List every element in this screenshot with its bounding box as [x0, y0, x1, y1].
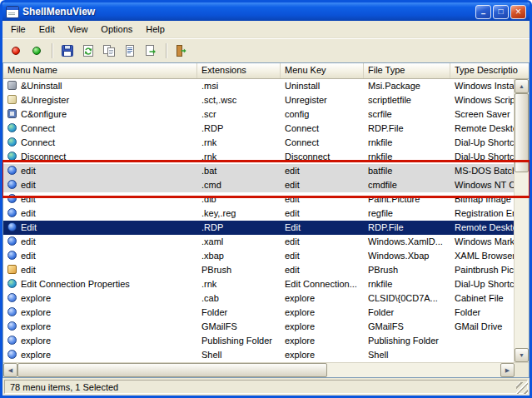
table-row[interactable]: Edit Connection Properties.rnkEdit Conne… — [3, 277, 514, 291]
refresh-button[interactable] — [78, 41, 98, 61]
table-row[interactable]: C&onfigure.scrconfigscrfileScreen Saver — [3, 107, 514, 122]
exit-icon — [175, 44, 188, 57]
properties-button[interactable] — [120, 41, 140, 61]
vertical-scrollbar[interactable]: ▲ ▼ — [514, 79, 529, 362]
table-row[interactable]: Disconnect.rnkDisconnectrnkfileDial-Up S… — [3, 150, 514, 164]
enable-selected-button[interactable] — [27, 41, 47, 61]
horizontal-scrollbar[interactable]: ◀ ▶ — [3, 362, 529, 377]
table-cell: edit — [281, 263, 364, 277]
list-header: Menu NameExtensionsMenu KeyFile TypeType… — [3, 63, 529, 79]
minimize-button[interactable]: – — [475, 5, 491, 19]
explore-icon — [7, 336, 17, 345]
list-main: &Uninstall.msiUninstallMsi.PackageWindow… — [3, 79, 529, 362]
disable-selected-button[interactable] — [6, 41, 26, 61]
table-cell: explore — [281, 320, 364, 334]
table-row[interactable]: &Unregister.sct,.wscUnregisterscriptletf… — [3, 93, 514, 107]
column-header-extensions[interactable]: Extensions — [197, 63, 281, 78]
table-cell: edit — [3, 164, 197, 178]
close-button[interactable]: × — [510, 5, 526, 19]
vertical-scroll-track[interactable] — [515, 93, 529, 348]
table-row[interactable]: edit.xamleditWindows.XamlD...Windows Mar… — [3, 235, 514, 249]
scroll-down-button[interactable]: ▼ — [515, 348, 529, 362]
table-row[interactable]: Connect.RDPConnectRDP.FileRemote Deskto — [3, 122, 514, 136]
table-cell: RDP.File — [364, 122, 450, 136]
toolbar-separator — [166, 43, 167, 58]
table-cell: GMailFS — [364, 320, 450, 334]
table-cell: edit — [3, 206, 197, 221]
table-cell — [450, 334, 514, 348]
edit-icon — [7, 236, 17, 246]
export-button[interactable] — [141, 41, 161, 61]
table-row[interactable]: edit.key,.regeditregfileRegistration En — [3, 206, 514, 221]
table-row[interactable]: editPBrusheditPBrushPaintbrush Pict — [3, 263, 514, 277]
table-cell: Folder — [197, 306, 281, 320]
green-dot-icon — [32, 47, 41, 55]
table-row[interactable]: exploreFolderexploreFolderFolder — [3, 306, 514, 320]
table-cell: Connect — [3, 122, 197, 136]
table-row[interactable]: edit.bateditbatfileMS-DOS Batch — [3, 164, 514, 178]
edit-icon — [7, 222, 17, 231]
column-header-type-descriptio[interactable]: Type Descriptio — [450, 63, 529, 78]
menu-edit[interactable]: Edit — [32, 22, 62, 37]
table-row[interactable]: Connect.rnkConnectrnkfileDial-Up Shortcu — [3, 136, 514, 150]
table-cell: .dib — [197, 192, 281, 206]
horizontal-scroll-thumb[interactable] — [17, 363, 327, 377]
table-cell: MS-DOS Batch — [450, 164, 514, 178]
menu-file[interactable]: File — [4, 22, 32, 37]
table-cell: Shell — [197, 348, 281, 362]
table-row[interactable]: explorePublishing FolderexplorePublishin… — [3, 334, 514, 348]
horizontal-scroll-track[interactable] — [17, 363, 500, 377]
table-cell: Edit — [3, 221, 197, 235]
table-cell: Paintbrush Pict — [450, 263, 514, 277]
menu-options[interactable]: Options — [94, 22, 139, 37]
vertical-scroll-thumb[interactable] — [515, 93, 529, 172]
menu-view[interactable]: View — [62, 22, 95, 37]
monitor-icon — [7, 109, 17, 118]
installer-icon — [7, 81, 17, 90]
maximize-button[interactable]: □ — [493, 5, 509, 19]
menu-name-text: explore — [21, 293, 51, 303]
menu-name-text: edit — [21, 236, 36, 246]
table-row[interactable]: edit.dibeditPaint.PictureBitmap Image — [3, 192, 514, 206]
menu-bar: FileEditViewOptionsHelp — [2, 21, 530, 38]
table-cell: edit — [281, 178, 364, 192]
resize-grip[interactable] — [516, 382, 528, 394]
table-cell: Connect — [3, 136, 197, 150]
scroll-up-button[interactable]: ▲ — [515, 79, 529, 93]
scroll-left-button[interactable]: ◀ — [3, 363, 17, 377]
column-header-menu-name[interactable]: Menu Name — [3, 63, 197, 78]
table-cell: .rnk — [197, 277, 281, 291]
table-row[interactable]: explore.cabexploreCLSID\{0CD7A...Cabinet… — [3, 291, 514, 306]
column-header-menu-key[interactable]: Menu Key — [281, 63, 364, 78]
save-button[interactable] — [57, 41, 77, 61]
globe-icon — [7, 279, 17, 288]
exit-button[interactable] — [172, 41, 191, 61]
table-row[interactable]: &Uninstall.msiUninstallMsi.PackageWindow… — [3, 79, 514, 93]
scroll-right-button[interactable]: ▶ — [500, 363, 515, 377]
table-row[interactable]: edit.cmdeditcmdfileWindows NT Co — [3, 178, 514, 192]
table-cell: .sct,.wsc — [197, 93, 281, 107]
table-cell: edit — [281, 206, 364, 221]
menu-name-text: Disconnect — [21, 152, 66, 162]
table-row[interactable]: edit.xbapeditWindows.XbapXAML Browser — [3, 249, 514, 263]
menu-name-text: Connect — [21, 123, 55, 133]
app-window: ShellMenuView – □ × FileEditViewOptionsH… — [0, 0, 532, 398]
explore-icon — [7, 321, 17, 331]
table-row[interactable]: exploreShellexploreShell — [3, 348, 514, 362]
list-view: Menu NameExtensionsMenu KeyFile TypeType… — [2, 62, 530, 378]
title-bar[interactable]: ShellMenuView – □ × — [2, 2, 530, 21]
table-cell: Registration En — [450, 206, 514, 221]
list-body: &Uninstall.msiUninstallMsi.PackageWindow… — [3, 79, 514, 362]
table-row[interactable]: exploreGMailFSexploreGMailFSGMail Drive — [3, 320, 514, 334]
table-cell: Msi.Package — [364, 79, 450, 93]
table-cell: explore — [3, 306, 197, 320]
copy-button[interactable] — [99, 41, 119, 61]
table-cell: CLSID\{0CD7A... — [364, 291, 450, 306]
column-header-file-type[interactable]: File Type — [364, 63, 450, 78]
table-row[interactable]: Edit.RDPEditRDP.FileRemote Deskto — [3, 221, 514, 235]
menu-help[interactable]: Help — [139, 22, 172, 37]
table-cell: edit — [3, 249, 197, 263]
explore-icon — [7, 350, 17, 359]
table-cell: Disconnect — [281, 150, 364, 164]
table-cell: Dial-Up Shortcu — [450, 136, 514, 150]
